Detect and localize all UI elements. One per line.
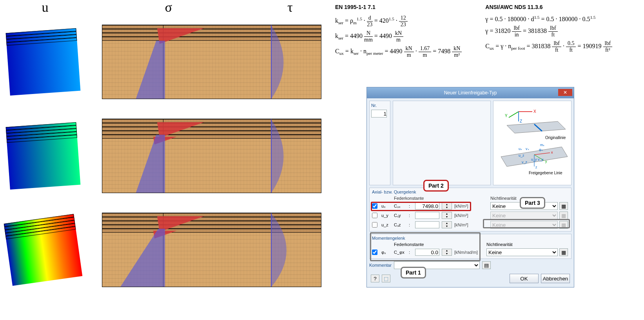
uy-unit: [kN/m²] <box>454 213 477 218</box>
uz-spinner[interactable]: ▲▼ <box>442 221 452 228</box>
phix-unit: [kNm/rad/m] <box>454 250 485 255</box>
callout-part3: Part 3 <box>520 197 545 209</box>
phix-checkbox[interactable] <box>372 249 377 255</box>
callout-part1: Part 1 <box>401 267 426 278</box>
uz-nonlin-select: Keine <box>490 221 558 229</box>
ok-button[interactable]: OK <box>510 274 539 283</box>
close-icon: ✕ <box>563 90 567 95</box>
label-released: Freigegebene Linie <box>529 171 562 175</box>
svg-text:u_y v_y: u_y v_y <box>531 157 544 161</box>
coord-diagram: X Y Z x y z uₓvₓ mₓφₓ u_zu_y v_ <box>493 101 571 185</box>
uy-label: u_y <box>381 213 392 218</box>
nonlin-header-2: Nichtlinearität <box>486 242 558 247</box>
svg-text:vₓ: vₓ <box>526 147 529 151</box>
formula-en-3: Cux = kser · nper meter = 4490 kNm · 1.6… <box>335 45 462 58</box>
plot-row-3 <box>4 211 357 289</box>
svg-text:u_z: u_z <box>519 154 524 157</box>
svg-text:Z: Z <box>520 119 522 123</box>
uz-checkbox[interactable] <box>372 222 377 228</box>
uy-nonlin-button: ▦ <box>559 212 568 219</box>
nr-input[interactable] <box>371 110 387 118</box>
svg-marker-6 <box>507 121 566 133</box>
moment-title: Momentengelenk <box>372 236 569 240</box>
uz-nonlin-button: ▦ <box>559 221 568 229</box>
formula-block: EN 1995-1-1 7.1 kser = ρm1.5 · d23 = 420… <box>335 4 641 58</box>
svg-text:v_z: v_z <box>522 160 528 164</box>
comment-pick-button[interactable]: ▤ <box>482 261 491 269</box>
dialog-title: Neuer Linienfreigabe-Typ <box>444 90 497 96</box>
uz-label: u_z <box>381 222 392 227</box>
uy-checkbox[interactable] <box>372 213 377 218</box>
ux-value-input[interactable] <box>415 202 439 210</box>
ux-unit: [kN/m²] <box>454 204 477 208</box>
formula-title-en: EN 1995-1-1 7.1 <box>335 4 462 10</box>
uz-value-input[interactable] <box>415 221 439 228</box>
preview-pane <box>393 101 491 185</box>
u-plot-3 <box>4 211 86 289</box>
plot-row-1 <box>4 23 357 101</box>
section-plot-1 <box>102 25 321 99</box>
svg-line-2 <box>509 112 519 118</box>
col-header-u: u <box>4 0 86 15</box>
col-header-sigma: σ <box>102 0 235 15</box>
help-button[interactable]: ? <box>371 275 379 282</box>
formula-title-nds: ANSI/AWC NDS 11.3.6 <box>485 4 612 10</box>
uz-cname: Cᵤz <box>394 222 407 228</box>
svg-text:uₓ: uₓ <box>519 147 522 151</box>
svg-text:x: x <box>551 150 553 154</box>
phix-nonlin-button[interactable]: ▦ <box>559 248 568 256</box>
plots-grid: u σ τ <box>4 0 357 305</box>
ux-cname: Cᵤₓ <box>394 204 407 209</box>
comment-label: Kommentar <box>369 263 392 268</box>
line-release-type-dialog: Neuer Linienfreigabe-Typ ✕ Nr. X Y Z <box>366 87 574 287</box>
phix-nonlin-select[interactable]: Keine <box>486 248 558 256</box>
uy-nonlin-select: Keine <box>490 212 558 219</box>
ux-spinner[interactable]: ▲▼ <box>442 202 452 210</box>
moment-group: Momentengelenk Federkonstante Nichtlinea… <box>369 234 571 259</box>
label-original: Originallinie <box>545 136 566 140</box>
svg-text:mₓ: mₓ <box>540 143 545 147</box>
cancel-button[interactable]: Abbrechen <box>541 274 570 283</box>
phix-cname: C_φx <box>394 250 407 255</box>
plot-row-2 <box>4 117 357 195</box>
axial-title: Axial- bzw. Quergelenk <box>372 190 569 194</box>
ux-nonlin-button[interactable]: ▦ <box>559 202 568 210</box>
svg-text:z: z <box>535 165 537 169</box>
formula-en-1: kser = ρm1.5 · d23 = 4201.5 · 1223 <box>335 15 462 28</box>
dialog-titlebar[interactable]: Neuer Linienfreigabe-Typ ✕ <box>367 87 574 98</box>
axial-group: Axial- bzw. Quergelenk Federkonstante Ni… <box>369 188 571 231</box>
uy-value-input[interactable] <box>415 212 439 219</box>
col-header-tau: τ <box>235 0 345 15</box>
svg-text:y: y <box>545 159 547 163</box>
phix-value-input[interactable] <box>415 249 439 256</box>
spring-header-2: Federkonstante <box>394 242 485 247</box>
section-plot-3 <box>102 213 321 287</box>
number-pane: Nr. <box>369 101 390 185</box>
units-button[interactable]: ⬚ <box>382 275 390 282</box>
phix-spinner[interactable]: ▲▼ <box>442 249 452 256</box>
nr-label: Nr. <box>371 103 377 108</box>
uz-unit: [kN/m²] <box>454 222 477 227</box>
phix-label: φₓ <box>381 250 392 255</box>
section-plot-2 <box>102 119 321 193</box>
formula-en-2: kser = 4490 Nmm = 4490 kNm <box>335 30 462 43</box>
callout-part2: Part 2 <box>423 180 449 192</box>
formula-nds-1: γ = 0.5 · 180000 · d1.5 = 0.5 · 180000 ·… <box>485 15 612 23</box>
u-plot-1 <box>4 23 86 101</box>
uy-cname: Cᵤy <box>394 213 407 218</box>
formula-nds-3: Cux = γ · nper foot = 381838 lbfft · 0.5… <box>485 40 612 53</box>
svg-text:X: X <box>533 109 536 114</box>
uy-spinner[interactable]: ▲▼ <box>442 212 452 219</box>
ux-label: uₓ <box>381 204 392 209</box>
close-button[interactable]: ✕ <box>558 89 572 96</box>
formula-nds-2: γ = 31820 lbfin = 381838 lbfft <box>485 25 612 38</box>
spring-header: Federkonstante <box>394 196 477 201</box>
svg-text:Y: Y <box>505 114 508 118</box>
svg-text:φₓ: φₓ <box>539 148 543 152</box>
u-plot-2 <box>4 117 86 195</box>
ux-checkbox[interactable] <box>372 203 377 209</box>
